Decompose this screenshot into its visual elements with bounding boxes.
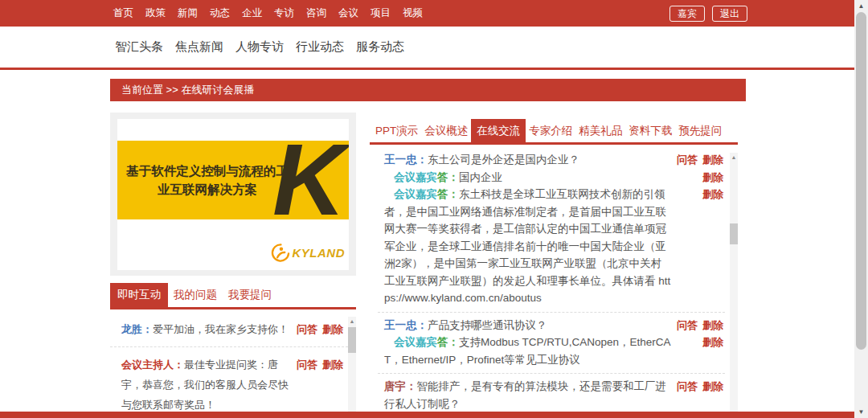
questioner-name: 王一忠：	[384, 319, 428, 331]
delete-link[interactable]: 删除	[702, 154, 723, 166]
kyland-swirl-icon	[270, 243, 290, 263]
answer-label: 答：	[437, 188, 459, 200]
answerer-name: 会议嘉宾	[394, 336, 437, 348]
qa-link[interactable]: 问答	[297, 359, 317, 371]
answer-text: 东土科技是全球工业互联网技术创新的引领者，是中国工业网络通信标准制定者，是首届中…	[384, 188, 670, 304]
tab-ppt-demo[interactable]: PPT演示	[372, 119, 421, 142]
question-text: 智能排产，是有专有的算法模块，还是需要和工厂进行私人订制呢？	[384, 380, 666, 410]
qa-thread: 王一忠：东土公司是外企还是国内企业？ 问答删除 会议嘉宾答：国内企业 删除 会议…	[378, 147, 725, 313]
tab-conference-overview[interactable]: 会议概述	[421, 119, 471, 142]
nav-item-trends[interactable]: 动态	[210, 6, 230, 20]
chat-user-name: 龙胜：	[121, 323, 153, 335]
scrollbar-thumb[interactable]	[856, 12, 866, 350]
nav-item-video[interactable]: 视频	[403, 6, 423, 20]
webinar-banner-image: 基于软件定义控制与流程的工业互联网解决方案 K KYLAND	[117, 119, 349, 270]
answer-label: 答：	[437, 336, 459, 348]
chat-user-name: 会议主持人：	[121, 359, 184, 371]
scroll-up-icon[interactable]: ▲	[730, 154, 738, 161]
tab-expert-intro[interactable]: 专家介绍	[526, 119, 575, 142]
subnav-item-service-trends[interactable]: 服务动态	[356, 39, 404, 55]
answer-row: 会议嘉宾答：国内企业 删除	[384, 169, 725, 186]
breadcrumb: 当前位置 >> 在线研讨会展播	[110, 79, 746, 101]
tab-instant-interaction[interactable]: 即时互动	[110, 283, 168, 307]
topbar-actions: 嘉宾 退出	[669, 0, 747, 27]
webinar-banner-card: 基于软件定义控制与流程的工业互联网解决方案 K KYLAND	[110, 113, 356, 276]
answer-row: 会议嘉宾答：东土科技是全球工业互联网技术创新的引领者，是中国工业网络通信标准制定…	[384, 186, 725, 307]
subnav-item-industry-trends[interactable]: 行业动态	[296, 39, 344, 55]
kyland-logo-text: KYLAND	[293, 246, 346, 260]
guest-button[interactable]: 嘉宾	[669, 6, 705, 22]
delete-link[interactable]: 删除	[702, 188, 723, 200]
question-text: 东土公司是外企还是国内企业？	[428, 154, 579, 166]
qa-link[interactable]: 问答	[677, 380, 698, 392]
nav-item-consult[interactable]: 咨询	[306, 6, 326, 20]
scroll-up-icon[interactable]: ▲	[348, 318, 356, 325]
answer-label: 答：	[437, 171, 459, 183]
right-panel-scrollbar[interactable]: ▲	[730, 153, 738, 412]
nav-item-news[interactable]: 新闻	[178, 6, 198, 20]
qa-link[interactable]: 问答	[677, 154, 698, 166]
scrollbar-thumb[interactable]	[348, 327, 356, 353]
delete-link[interactable]: 删除	[322, 323, 343, 335]
chat-message: 会议主持人：最佳专业提问奖：唐宇，恭喜您，我们的客服人员会尽快与您联系邮寄奖品！…	[110, 347, 356, 412]
page-scrollbar[interactable]: ▲ ▼	[854, 0, 868, 418]
tab-online-chat[interactable]: 在线交流	[471, 119, 526, 142]
delete-link[interactable]: 删除	[702, 171, 723, 183]
chat-message-text: 爱平加油，我在家乡支持你！	[153, 323, 289, 335]
banner-k-letter: K	[272, 141, 346, 219]
answer-row: 会议嘉宾答：支持Modbus TCP/RTU,CANopen，EtherCAT，…	[384, 334, 725, 368]
questioner-name: 王一忠：	[384, 154, 428, 166]
scroll-up-icon[interactable]: ▲	[854, 2, 868, 10]
subnav-item-people-interview[interactable]: 人物专访	[235, 39, 284, 55]
nav-item-conference[interactable]: 会议	[338, 6, 358, 20]
secondary-nav: 智汇头条 焦点新闻 人物专访 行业动态 服务动态	[115, 27, 404, 68]
delete-link[interactable]: 删除	[702, 319, 723, 331]
delete-link[interactable]: 删除	[702, 380, 723, 392]
qa-thread: 王一忠：产品支持哪些通讯协议？ 问答删除 会议嘉宾答：支持Modbus TCP/…	[378, 313, 725, 375]
tab-pre-questions[interactable]: 预先提问	[675, 119, 725, 142]
qa-thread-list: 王一忠：东土公司是外企还是国内企业？ 问答删除 会议嘉宾答：国内企业 删除 会议…	[370, 147, 738, 412]
nav-item-policy[interactable]: 政策	[145, 6, 166, 20]
answerer-name: 会议嘉宾	[394, 171, 437, 183]
questioner-name: 唐宇：	[384, 380, 417, 392]
answer-text: 国内企业	[459, 171, 502, 183]
tab-my-questions[interactable]: 我的问题	[168, 283, 223, 307]
qa-link[interactable]: 问答	[297, 323, 317, 335]
chat-message-list: 龙胜：爱平加油，我在家乡支持你！ 问答删除 会议主持人：最佳专业提问奖：唐宇，恭…	[110, 312, 356, 412]
logout-button[interactable]: 退出	[712, 6, 747, 22]
left-panel-scrollbar[interactable]: ▲	[348, 317, 356, 412]
kyland-logo: KYLAND	[270, 243, 346, 263]
primary-nav: 首页 政策 新闻 动态 企业 专访 咨询 会议 项目 视频	[113, 0, 423, 27]
qa-link[interactable]: 问答	[677, 319, 698, 331]
delete-link[interactable]: 删除	[322, 359, 343, 371]
tab-ask-question[interactable]: 我要提问	[223, 283, 277, 307]
question-text: 产品支持哪些通讯协议？	[428, 319, 547, 331]
nav-item-interview[interactable]: 专访	[274, 6, 294, 20]
answerer-name: 会议嘉宾	[394, 188, 437, 200]
banner-yellow-band: 基于软件定义控制与流程的工业互联网解决方案 K	[117, 141, 349, 219]
question-row: 王一忠：产品支持哪些通讯协议？ 问答删除	[384, 317, 725, 334]
banner-title: 基于软件定义控制与流程的工业互联网解决方案	[124, 162, 291, 199]
nav-item-enterprise[interactable]: 企业	[242, 6, 262, 20]
chat-message: 龙胜：爱平加油，我在家乡支持你！ 问答删除	[110, 312, 356, 347]
qa-thread: 唐宇：智能排产，是有专有的算法模块，还是需要和工厂进行私人订制呢？ 问答删除	[378, 374, 725, 412]
top-bar: 首页 政策 新闻 动态 企业 专访 咨询 会议 项目 视频 嘉宾 退出	[0, 0, 854, 27]
question-row: 王一忠：东土公司是外企还是国内企业？ 问答删除	[384, 151, 725, 169]
subnav-item-headlines[interactable]: 智汇头条	[115, 39, 163, 55]
tab-gifts[interactable]: 精美礼品	[575, 119, 625, 142]
question-row: 唐宇：智能排产，是有专有的算法模块，还是需要和工厂进行私人订制呢？ 问答删除	[384, 378, 725, 412]
footer-bar	[0, 412, 854, 418]
scroll-down-icon[interactable]: ▼	[854, 408, 868, 416]
subnav-item-focus-news[interactable]: 焦点新闻	[175, 39, 223, 55]
scrollbar-thumb[interactable]	[730, 223, 738, 244]
webinar-tabs: PPT演示 会议概述 在线交流 专家介绍 精美礼品 资料下载 预先提问	[370, 119, 738, 145]
interaction-tabs: 即时互动 我的问题 我要提问	[110, 283, 356, 309]
delete-link[interactable]: 删除	[702, 336, 723, 348]
site-header: 智汇头条 焦点新闻 人物专访 行业动态 服务动态	[0, 27, 854, 70]
tab-downloads[interactable]: 资料下载	[625, 119, 675, 142]
nav-item-projects[interactable]: 项目	[371, 6, 391, 20]
nav-item-home[interactable]: 首页	[113, 6, 133, 20]
